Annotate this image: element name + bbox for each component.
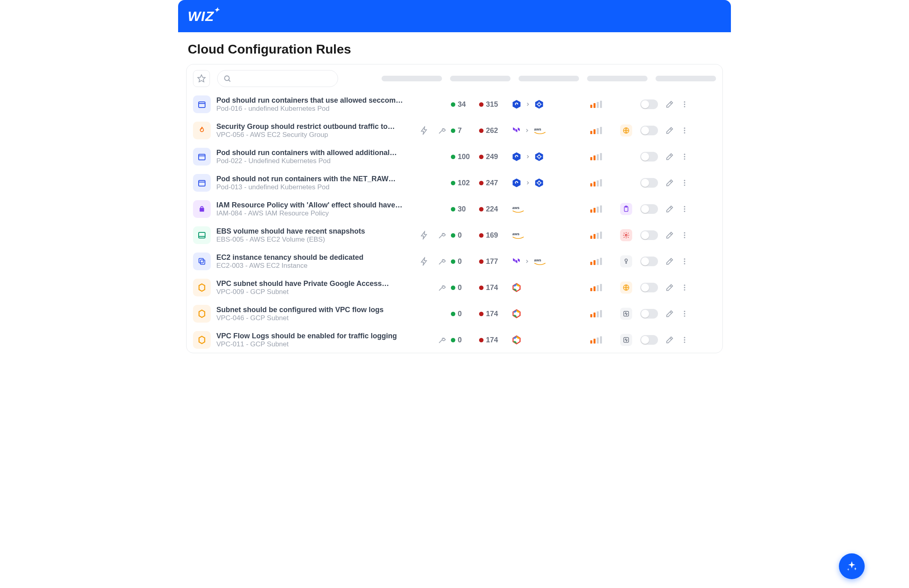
platform-icons: aws xyxy=(511,257,572,266)
platform-icons: aws xyxy=(511,231,572,240)
severity-bars xyxy=(572,284,620,291)
k8s-refresh-icon xyxy=(511,151,522,162)
filter-placeholder[interactable] xyxy=(382,76,442,81)
more-button[interactable] xyxy=(678,310,691,318)
rule-text: Pod should not run containers with the N… xyxy=(214,175,415,191)
svg-marker-4 xyxy=(513,100,521,109)
rule-row[interactable]: EBS volume should have recent snapshots … xyxy=(191,222,718,248)
aws-icon: aws xyxy=(511,205,525,213)
more-button[interactable] xyxy=(678,257,691,265)
rule-subtitle: Pod-016 - undefined Kubernetes Pod xyxy=(216,105,415,113)
edit-button[interactable] xyxy=(661,335,678,344)
edit-button[interactable] xyxy=(661,283,678,292)
more-button[interactable] xyxy=(678,336,691,344)
enable-toggle[interactable] xyxy=(640,283,658,292)
rule-title: Security Group should restrict outbound … xyxy=(216,122,415,131)
favorites-button[interactable] xyxy=(193,70,210,87)
svg-point-12 xyxy=(684,104,685,105)
page-title: Cloud Configuration Rules xyxy=(178,32,731,64)
rule-category-icon xyxy=(193,279,211,296)
filter-placeholder[interactable] xyxy=(587,76,648,81)
enable-toggle[interactable] xyxy=(640,152,658,161)
edit-button[interactable] xyxy=(661,231,678,240)
rule-row[interactable]: Security Group should restrict outbound … xyxy=(191,117,718,143)
rule-text: EC2 instance tenancy should be dedicated… xyxy=(214,253,415,270)
rule-title: EBS volume should have recent snapshots xyxy=(216,227,415,236)
filter-placeholder[interactable] xyxy=(450,76,511,81)
svg-rect-30 xyxy=(199,180,205,186)
svg-point-45 xyxy=(684,208,685,209)
svg-text:aws: aws xyxy=(513,206,520,210)
rule-row[interactable]: EC2 instance tenancy should be dedicated… xyxy=(191,248,718,274)
edit-button[interactable] xyxy=(661,205,678,213)
search-icon xyxy=(223,75,231,83)
platform-icons xyxy=(511,335,572,345)
svg-point-39 xyxy=(684,182,685,183)
more-button[interactable] xyxy=(678,126,691,135)
enable-toggle[interactable] xyxy=(640,257,658,266)
enable-toggle[interactable] xyxy=(640,178,658,188)
edit-button[interactable] xyxy=(661,100,678,109)
fail-count: 247 xyxy=(479,179,511,187)
svg-point-88 xyxy=(684,339,685,340)
more-button[interactable] xyxy=(678,231,691,239)
fail-count: 249 xyxy=(479,153,511,161)
rule-row[interactable]: VPC Flow Logs should be enabled for traf… xyxy=(191,327,718,353)
enable-toggle[interactable] xyxy=(640,126,658,135)
enable-toggle[interactable] xyxy=(640,230,658,240)
search-input-wrapper[interactable] xyxy=(217,70,338,87)
filter-placeholder[interactable] xyxy=(519,76,579,81)
enable-toggle[interactable] xyxy=(640,335,658,345)
filter-placeholder[interactable] xyxy=(656,76,716,81)
edit-button[interactable] xyxy=(661,257,678,266)
pass-count: 0 xyxy=(451,257,479,266)
rule-category-icon xyxy=(193,122,211,139)
enable-toggle[interactable] xyxy=(640,99,658,109)
platform-icons xyxy=(511,308,572,319)
k8s-refresh-icon xyxy=(511,178,522,188)
pass-count: 0 xyxy=(451,284,479,292)
edit-button[interactable] xyxy=(661,152,678,161)
edit-button[interactable] xyxy=(661,126,678,135)
rule-subtitle: IAM-084 - AWS IAM Resource Policy xyxy=(216,209,415,217)
rule-text: Security Group should restrict outbound … xyxy=(214,122,415,139)
edit-button[interactable] xyxy=(661,178,678,187)
more-button[interactable] xyxy=(678,179,691,187)
aws-icon: aws xyxy=(533,126,547,135)
rule-row[interactable]: Pod should run containers that use allow… xyxy=(191,91,718,117)
svg-text:aws: aws xyxy=(534,127,542,131)
severity-bars xyxy=(572,258,620,265)
svg-point-61 xyxy=(684,261,685,262)
enable-toggle[interactable] xyxy=(640,204,658,214)
rule-badge xyxy=(620,282,640,294)
rule-badge xyxy=(620,203,640,215)
svg-point-18 xyxy=(684,132,685,133)
svg-point-80 xyxy=(684,315,685,317)
svg-point-50 xyxy=(625,234,627,236)
svg-point-52 xyxy=(684,234,685,236)
svg-point-62 xyxy=(684,263,685,264)
rule-row[interactable]: VPC subnet should have Private Google Ac… xyxy=(191,274,718,300)
k8s-refresh-icon xyxy=(511,99,522,110)
rule-row[interactable]: Pod should run containers with allowed a… xyxy=(191,143,718,170)
rule-row[interactable]: IAM Resource Policy with 'Allow' effect … xyxy=(191,196,718,222)
rule-row[interactable]: Subnet should be configured with VPC flo… xyxy=(191,300,718,327)
fail-count: 174 xyxy=(479,284,511,292)
search-input[interactable] xyxy=(235,75,332,82)
edit-button[interactable] xyxy=(661,309,678,318)
svg-point-87 xyxy=(684,337,685,338)
svg-point-78 xyxy=(684,311,685,312)
svg-point-29 xyxy=(684,158,685,159)
more-button[interactable] xyxy=(678,284,691,292)
rule-text: Pod should run containers with allowed a… xyxy=(214,149,415,165)
svg-rect-55 xyxy=(199,259,203,263)
svg-marker-32 xyxy=(535,178,543,187)
rule-row[interactable]: Pod should not run containers with the N… xyxy=(191,170,718,196)
more-button[interactable] xyxy=(678,153,691,161)
more-button[interactable] xyxy=(678,205,691,213)
fail-count: 315 xyxy=(479,100,511,109)
more-button[interactable] xyxy=(678,100,691,108)
k8s-icon xyxy=(534,178,544,188)
svg-point-11 xyxy=(684,101,685,103)
enable-toggle[interactable] xyxy=(640,309,658,319)
